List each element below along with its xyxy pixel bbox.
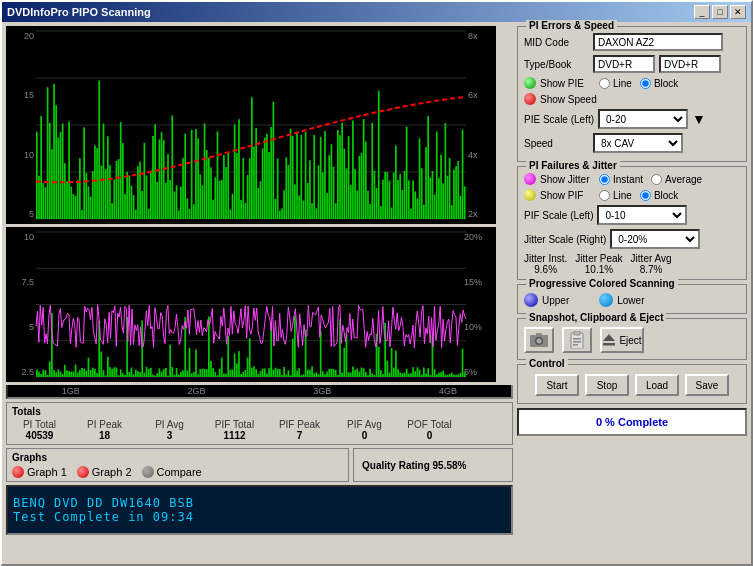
save-button[interactable]: Save (685, 374, 729, 396)
right-panel: PI Errors & Speed MID Code DAXON AZ2 Typ… (517, 26, 747, 560)
maximize-button[interactable]: □ (712, 5, 728, 19)
show-pie-led (524, 77, 536, 89)
pif-line-radio[interactable]: Line (599, 190, 632, 201)
snapshot-button[interactable] (524, 327, 554, 353)
svg-rect-7 (573, 341, 581, 343)
snapshot-title: Snapshot, Clipboard & Eject (526, 312, 666, 323)
mid-code-label: MID Code (524, 37, 589, 48)
jitter-instant-radio[interactable]: Instant (599, 174, 643, 185)
graph2-label: Graph 2 (92, 466, 132, 478)
show-jitter-label: Show Jitter (540, 174, 595, 185)
minimize-button[interactable]: _ (694, 5, 710, 19)
upper-label: Upper (542, 295, 569, 306)
show-pif-row: Show PIF Line Block (524, 189, 740, 201)
pie-block-radio[interactable]: Block (640, 78, 678, 89)
pif-total-label: PIF Total (215, 419, 254, 430)
x-label-2gb: 2GB (188, 386, 206, 396)
lower-item[interactable]: Lower (599, 293, 644, 307)
close-button[interactable]: ✕ (730, 5, 746, 19)
jitter-average-radio[interactable]: Average (651, 174, 702, 185)
pif-avg-value: 0 (362, 430, 368, 441)
pie-scale-label: PIE Scale (Left) (524, 114, 594, 125)
progressive-title: Progressive Colored Scanning (526, 278, 678, 289)
window-title: DVDInfoPro PIPO Scanning (7, 6, 151, 18)
speed-select[interactable]: 8x CAV (593, 133, 683, 153)
x-label-3gb: 3GB (313, 386, 331, 396)
jitter-inst-col: Jitter Inst. 9.6% (524, 253, 567, 275)
upper-item[interactable]: Upper (524, 293, 569, 307)
graphs-box: Graphs Graph 1 Graph 2 Compare (6, 448, 349, 482)
info-display: BENQ DVD DD DW1640 BSB Test Complete in … (6, 485, 513, 535)
jitter-scale-label: Jitter Scale (Right) (524, 234, 606, 245)
type-book-label: Type/Book (524, 59, 589, 70)
main-content: 1GB 2GB 3GB 4GB Totals PI Total 40539 PI… (2, 22, 751, 564)
pif-line-label: Line (613, 190, 632, 201)
pie-block-label: Block (654, 78, 678, 89)
pif-avg-label: PIF Avg (347, 419, 382, 430)
pif-peak-label: PIF Peak (279, 419, 320, 430)
display-line2: Test Complete in 09:34 (13, 510, 506, 524)
pof-total-value: 0 (427, 430, 433, 441)
load-button[interactable]: Load (635, 374, 679, 396)
graph1-item[interactable]: Graph 1 (12, 466, 67, 478)
pie-line-label: Line (613, 78, 632, 89)
compare-dot (142, 466, 154, 478)
pi-peak-label: PI Peak (87, 419, 122, 430)
pie-line-radio[interactable]: Line (599, 78, 632, 89)
pie-scale-row: PIE Scale (Left) 0-20 ▼ (524, 109, 740, 129)
start-button[interactable]: Start (535, 374, 579, 396)
pif-block-label: Block (654, 190, 678, 201)
show-pie-label: Show PIE (540, 78, 595, 89)
mid-code-row: MID Code DAXON AZ2 (524, 33, 740, 51)
pif-total-item: PIF Total 1112 (207, 419, 262, 441)
pif-block-radio[interactable]: Block (640, 190, 678, 201)
show-jitter-row: Show Jitter Instant Average (524, 173, 740, 185)
top-chart-wrapper (6, 26, 513, 224)
pie-scale-dropdown-icon[interactable]: ▼ (692, 111, 706, 127)
jitter-info-row: Jitter Inst. 9.6% Jitter Peak 10.1% Jitt… (524, 253, 740, 275)
clipboard-button[interactable] (562, 327, 592, 353)
compare-item[interactable]: Compare (142, 466, 202, 478)
eject-button[interactable]: Eject (600, 327, 644, 353)
progress-text: 0 % Complete (596, 416, 668, 428)
clipboard-icon (569, 331, 585, 349)
pie-line-input[interactable] (599, 78, 610, 89)
pi-avg-value: 3 (167, 430, 173, 441)
upper-led (524, 293, 538, 307)
jitter-inst-value: 9.6% (534, 264, 557, 275)
svg-rect-10 (603, 343, 615, 346)
jitter-peak-col: Jitter Peak 10.1% (575, 253, 622, 275)
pie-block-input[interactable] (640, 78, 651, 89)
left-panel: 1GB 2GB 3GB 4GB Totals PI Total 40539 PI… (6, 26, 513, 560)
totals-row: PI Total 40539 PI Peak 18 PI Avg 3 PIF T… (12, 419, 507, 441)
graph2-dot (77, 466, 89, 478)
show-speed-row: Show Speed (524, 93, 740, 105)
stop-button[interactable]: Stop (585, 374, 629, 396)
compare-label: Compare (157, 466, 202, 478)
speed-label: Speed (524, 138, 589, 149)
jitter-average-input[interactable] (651, 174, 662, 185)
pif-scale-label: PIF Scale (Left) (524, 210, 593, 221)
show-pie-row: Show PIE Line Block (524, 77, 740, 89)
svg-rect-8 (573, 344, 578, 346)
jitter-instant-input[interactable] (599, 174, 610, 185)
progress-bar-container: 0 % Complete (517, 408, 747, 436)
title-bar-buttons: _ □ ✕ (694, 5, 746, 19)
pif-line-input[interactable] (599, 190, 610, 201)
graph2-item[interactable]: Graph 2 (77, 466, 132, 478)
pif-scale-select[interactable]: 0-10 (597, 205, 687, 225)
failures-jitter-group: PI Failures & Jitter Show Jitter Instant… (517, 166, 747, 280)
eject-label: Eject (619, 335, 641, 346)
lower-label: Lower (617, 295, 644, 306)
pif-block-input[interactable] (640, 190, 651, 201)
jitter-avg-label: Jitter Avg (631, 253, 672, 264)
display-line1: BENQ DVD DD DW1640 BSB (13, 496, 506, 510)
control-title: Control (526, 358, 568, 369)
control-row: Start Stop Load Save (524, 371, 740, 399)
pie-scale-select[interactable]: 0-20 (598, 109, 688, 129)
jitter-average-label: Average (665, 174, 702, 185)
jitter-scale-select[interactable]: 0-20% (610, 229, 700, 249)
jitter-avg-col: Jitter Avg 8.7% (631, 253, 672, 275)
errors-speed-group: PI Errors & Speed MID Code DAXON AZ2 Typ… (517, 26, 747, 162)
top-chart-canvas (6, 26, 496, 224)
